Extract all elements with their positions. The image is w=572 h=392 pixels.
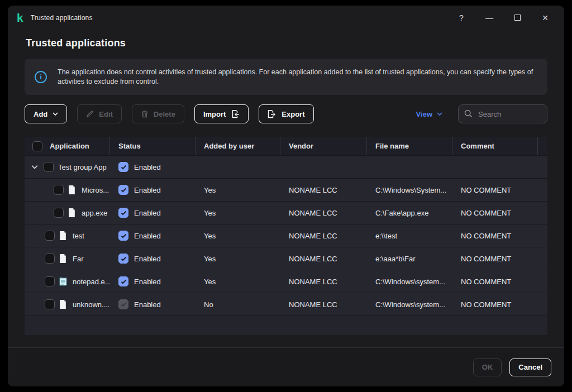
file-icon <box>59 300 67 309</box>
row-checkbox[interactable] <box>44 162 54 172</box>
comment-cell <box>452 156 538 178</box>
vendor-cell: NONAME LCC <box>280 247 367 270</box>
header-comment: Comment <box>452 137 538 155</box>
table-row[interactable]: Micros... Enabled Yes NONAME LCC C:\Wind… <box>25 178 547 201</box>
vendor-cell: NONAME LCC <box>280 202 367 224</box>
window-title: Trusted applications <box>31 14 93 22</box>
status-label: Enabled <box>134 278 161 286</box>
ok-button-label: OK <box>482 363 493 371</box>
maximize-icon <box>514 15 521 21</box>
close-button[interactable]: ✕ <box>541 13 550 22</box>
trash-icon <box>141 110 149 118</box>
edit-button-label: Edit <box>99 110 113 118</box>
row-checkbox[interactable] <box>54 208 64 218</box>
column-label: Application <box>50 142 89 150</box>
status-checkbox[interactable] <box>118 185 128 195</box>
added-by-user-cell: Yes <box>196 202 280 224</box>
status-label: Enabled <box>134 209 161 217</box>
export-button[interactable]: Export <box>259 104 313 123</box>
table-row[interactable]: test Enabled Yes NONAME LCC e:\\test NO … <box>25 224 547 247</box>
status-checkbox[interactable] <box>118 208 128 218</box>
header-file-name: File name <box>367 137 452 155</box>
file-name-cell: e:\\test <box>367 224 452 247</box>
add-button[interactable]: Add <box>25 104 67 123</box>
comment-cell: NO COMMENT <box>452 293 538 315</box>
application-name: notepad.e... <box>73 278 110 286</box>
table-empty-area <box>25 315 547 335</box>
row-checkbox[interactable] <box>45 299 55 309</box>
import-button-label: Import <box>203 110 226 118</box>
export-icon <box>268 110 277 118</box>
row-checkbox[interactable] <box>45 231 55 241</box>
toolbar: Add Edit Delete Import Export View <box>25 104 547 123</box>
added-by-user-cell: Yes <box>196 224 280 247</box>
trusted-applications-window: k Trusted applications ? — ✕ Trusted app… <box>8 6 564 386</box>
table-row[interactable]: app.exe Enabled Yes NONAME LCC C:\Fake\a… <box>25 201 547 224</box>
status-checkbox[interactable] <box>118 162 128 172</box>
vendor-cell <box>280 156 367 178</box>
header-status: Status <box>110 137 196 155</box>
table-row[interactable]: Test group App Enabled <box>25 155 547 178</box>
maximize-button[interactable] <box>513 13 522 22</box>
row-checkbox[interactable] <box>45 276 55 286</box>
added-by-user-cell: No <box>196 293 280 315</box>
application-name: Micros... <box>82 186 109 194</box>
title-bar: k Trusted applications ? — ✕ <box>8 6 564 30</box>
vendor-cell: NONAME LCC <box>280 179 367 201</box>
row-checkbox[interactable] <box>45 254 55 264</box>
info-banner: i The application does not control activ… <box>25 59 547 95</box>
header-application: Application <box>25 137 110 155</box>
row-checkbox[interactable] <box>54 185 64 195</box>
cancel-button[interactable]: Cancel <box>509 358 551 376</box>
edit-button[interactable]: Edit <box>77 104 122 123</box>
file-icon <box>59 231 67 240</box>
header-vendor: Vendor <box>280 137 367 155</box>
cancel-button-label: Cancel <box>518 363 542 371</box>
import-button[interactable]: Import <box>194 104 249 123</box>
file-icon <box>68 185 76 194</box>
application-name: test <box>73 232 84 240</box>
status-checkbox[interactable] <box>118 254 128 264</box>
comment-cell: NO COMMENT <box>452 179 538 201</box>
search-icon <box>464 109 473 118</box>
ok-button[interactable]: OK <box>473 358 502 376</box>
status-label: Enabled <box>134 186 161 194</box>
application-name: unknown.... <box>73 300 110 309</box>
table-row[interactable]: unknown.... Enabled No NONAME LCC C:\Win… <box>25 293 547 315</box>
chevron-down-icon <box>53 112 58 116</box>
status-checkbox[interactable] <box>118 231 128 241</box>
file-icon <box>59 254 67 263</box>
minimize-button[interactable]: — <box>485 13 494 22</box>
status-checkbox[interactable] <box>118 276 128 286</box>
comment-cell: NO COMMENT <box>452 270 538 293</box>
status-label: Enabled <box>134 300 161 309</box>
import-icon <box>231 110 240 118</box>
pencil-icon <box>86 110 94 118</box>
select-all-checkbox[interactable] <box>32 141 42 151</box>
kaspersky-logo-icon: k <box>17 12 23 23</box>
application-name: Far <box>73 255 84 263</box>
delete-button-label: Delete <box>154 110 175 118</box>
file-icon <box>68 208 76 217</box>
export-button-label: Export <box>282 110 304 118</box>
page-title: Trusted applications <box>26 37 564 49</box>
delete-button[interactable]: Delete <box>132 104 184 123</box>
file-name-cell: e:\aaa*b\Far <box>367 247 452 270</box>
footer-bar: OK Cancel <box>8 347 564 386</box>
view-dropdown[interactable]: View <box>416 110 442 118</box>
table-row[interactable]: Far Enabled Yes NONAME LCC e:\aaa*b\Far … <box>25 247 547 270</box>
vendor-cell: NONAME LCC <box>280 293 367 315</box>
comment-cell: NO COMMENT <box>452 202 538 224</box>
table-header: Application Status Added by user Vendor … <box>25 137 547 155</box>
application-name: app.exe <box>82 209 107 217</box>
header-spacer <box>538 137 547 155</box>
collapse-chevron-icon[interactable] <box>31 165 39 169</box>
table-row[interactable]: notepad.e... Enabled Yes NONAME LCC C:\W… <box>25 270 547 293</box>
help-button[interactable]: ? <box>457 13 466 22</box>
application-name: Test group App <box>58 163 107 171</box>
file-name-cell: C:\Fake\app.exe <box>367 202 452 224</box>
comment-cell: NO COMMENT <box>452 247 538 270</box>
header-added-by-user: Added by user <box>196 137 280 155</box>
add-button-label: Add <box>34 110 47 118</box>
status-label: Enabled <box>134 163 161 171</box>
